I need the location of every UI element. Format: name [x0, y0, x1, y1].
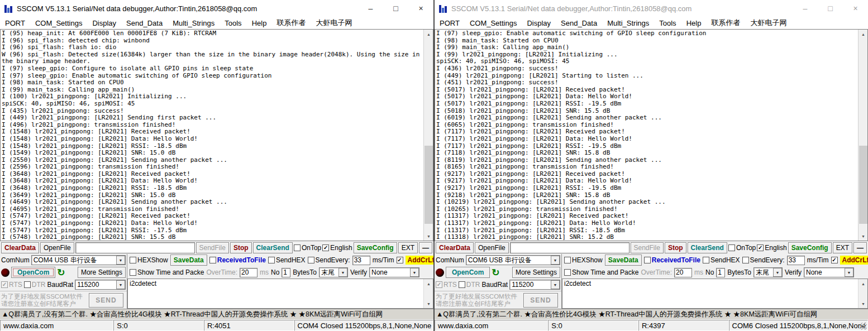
more-settings-button[interactable]: More Settings [78, 267, 126, 278]
bytesto-select[interactable]: 末尾 ▼ [319, 267, 348, 277]
show-time-checkbox[interactable] [130, 269, 136, 276]
menu-item[interactable]: COM_Settings [465, 19, 522, 27]
close-button[interactable]: × [843, 0, 868, 17]
menu-item[interactable]: Send_Data [121, 19, 168, 27]
scroll-up-icon[interactable]: ▲ [424, 279, 433, 288]
send-button[interactable]: SEND [89, 293, 123, 308]
ext-button[interactable]: EXT [398, 242, 418, 253]
send-every-checkbox[interactable] [308, 257, 314, 263]
menu-item[interactable]: 联系作者 [271, 18, 311, 28]
bytes-input[interactable] [716, 268, 725, 277]
log-scrollbar[interactable]: ▲ ▼ [858, 30, 867, 241]
sendhex-checkbox[interactable] [703, 257, 709, 263]
dtr-checkbox[interactable] [459, 281, 465, 288]
baudrate-select[interactable]: 115200 ▼ [509, 280, 560, 290]
open-file-button[interactable]: OpenFile [40, 242, 74, 253]
clear-send-button[interactable]: ClearSend [688, 242, 727, 253]
hexshow-checkbox[interactable] [564, 257, 571, 263]
chevron-down-icon[interactable]: ▼ [773, 268, 782, 277]
verify-select[interactable]: None ▼ [804, 267, 854, 277]
collapse-panel-button[interactable]: — [853, 242, 867, 253]
menu-item[interactable]: PORT [435, 19, 465, 27]
status-website[interactable]: www.daxia.com [435, 320, 548, 331]
dtr-checkbox[interactable] [24, 281, 31, 288]
chevron-down-icon[interactable]: ▼ [551, 256, 560, 265]
maximize-button[interactable]: □ [818, 0, 843, 17]
menu-item[interactable]: Tools [654, 19, 681, 27]
log-area[interactable]: I (95) heap_init: At 600FE000 len 00001F… [0, 29, 433, 241]
save-config-button[interactable]: SaveConfig [788, 242, 832, 253]
send-text-scrollbar[interactable]: ▲ ▼ [858, 279, 867, 308]
rts-checkbox[interactable] [1, 281, 8, 288]
menu-item[interactable]: Help [247, 19, 272, 27]
english-checkbox[interactable] [322, 244, 329, 251]
save-data-button[interactable]: SaveData [605, 255, 642, 266]
save-config-button[interactable]: SaveConfig [354, 242, 397, 253]
menu-item[interactable]: Display [87, 19, 121, 27]
send-text-area[interactable]: i2cdetect ▲ ▼ [127, 279, 433, 309]
send-file-button[interactable]: SendFile [196, 242, 229, 253]
scroll-up-icon[interactable]: ▲ [424, 30, 433, 39]
chevron-down-icon[interactable]: ▼ [116, 280, 125, 289]
com-port-select[interactable]: COM6 USB 串行设备 ▼ [466, 255, 560, 265]
chevron-down-icon[interactable]: ▼ [338, 268, 347, 277]
send-every-input[interactable] [787, 256, 805, 265]
received-to-file-checkbox[interactable] [209, 257, 216, 263]
scroll-up-icon[interactable]: ▲ [859, 279, 868, 288]
menu-item[interactable]: Tools [220, 19, 246, 27]
minimize-button[interactable]: – [793, 0, 818, 17]
show-time-checkbox[interactable] [564, 269, 571, 276]
addcrlf-checkbox[interactable] [831, 257, 838, 263]
english-checkbox[interactable] [757, 244, 764, 251]
ext-button[interactable]: EXT [833, 242, 852, 253]
send-bar-input[interactable] [75, 242, 195, 253]
save-data-button[interactable]: SaveData [170, 255, 207, 266]
clear-data-button[interactable]: ClearData [436, 242, 474, 253]
chevron-down-icon[interactable]: ▼ [116, 256, 125, 265]
send-every-input[interactable] [352, 256, 370, 265]
clear-data-button[interactable]: ClearData [1, 242, 39, 253]
scroll-down-icon[interactable]: ▼ [859, 299, 868, 308]
log-scrollbar[interactable]: ▲ ▼ [423, 30, 433, 241]
scrollbar-thumb[interactable] [859, 146, 867, 224]
more-settings-button[interactable]: More Settings [512, 267, 560, 278]
stop-button[interactable]: Stop [230, 242, 252, 253]
menu-item[interactable]: COM_Settings [30, 19, 88, 27]
collapse-panel-button[interactable]: — [419, 242, 432, 253]
addcrlf-checkbox[interactable] [397, 257, 403, 263]
status-website[interactable]: www.daxia.com [0, 320, 113, 331]
send-file-button[interactable]: SendFile [631, 242, 664, 253]
ontop-checkbox[interactable] [728, 244, 735, 251]
chevron-down-icon[interactable]: ▼ [845, 268, 853, 277]
maximize-button[interactable]: □ [383, 0, 408, 17]
promo-banner[interactable]: ▲Q群满员了,没有第二个群. ★合宙高性价比4G模块 ★RT-Thread中国人… [0, 309, 433, 319]
scroll-down-icon[interactable]: ▼ [424, 299, 433, 308]
menu-item[interactable]: 大虾电子网 [311, 18, 357, 28]
menu-item[interactable]: Multi_Strings [602, 19, 654, 27]
bytes-input[interactable] [282, 268, 290, 277]
ontop-checkbox[interactable] [294, 244, 301, 251]
verify-select[interactable]: None ▼ [369, 267, 419, 277]
minimize-button[interactable]: – [358, 0, 383, 17]
hexshow-checkbox[interactable] [130, 257, 136, 263]
menu-item[interactable]: PORT [0, 19, 30, 27]
refresh-ports-icon[interactable]: ↻ [492, 268, 499, 277]
received-to-file-checkbox[interactable] [644, 257, 651, 263]
menu-item[interactable]: Multi_Strings [168, 19, 220, 27]
scroll-down-icon[interactable]: ▼ [424, 232, 433, 241]
menu-item[interactable]: Help [681, 19, 707, 27]
send-bar-input[interactable] [510, 242, 629, 253]
send-text-scrollbar[interactable]: ▲ ▼ [423, 279, 433, 308]
send-button[interactable]: SEND [523, 293, 558, 308]
log-area[interactable]: I (97) sleep_gpio: Enable automatic swit… [435, 29, 868, 241]
sendhex-checkbox[interactable] [268, 257, 275, 263]
menu-item[interactable]: 大虾电子网 [745, 18, 791, 28]
open-file-button[interactable]: OpenFile [475, 242, 509, 253]
overtime-input[interactable] [240, 268, 257, 277]
menu-item[interactable]: Display [522, 19, 556, 27]
send-text-area[interactable]: i2cdetect ▲ ▼ [562, 279, 868, 309]
menu-item[interactable]: 联系作者 [706, 18, 745, 28]
bytesto-select[interactable]: 末尾 ▼ [753, 267, 783, 277]
chevron-down-icon[interactable]: ▼ [410, 268, 419, 277]
overtime-input[interactable] [674, 268, 692, 277]
